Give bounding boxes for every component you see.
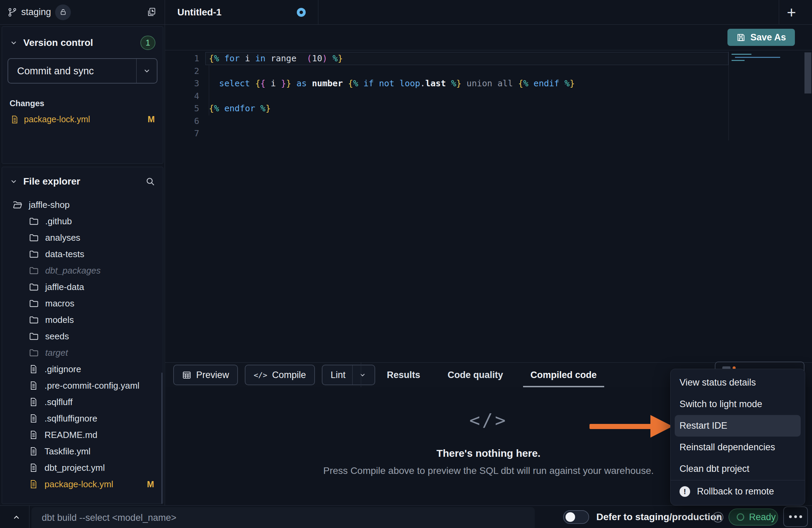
menu-item-switch-to-light-mode[interactable]: Switch to light mode — [671, 393, 805, 415]
tab-label: Untitled-1 — [177, 7, 221, 18]
preview-button[interactable]: Preview — [173, 365, 238, 385]
tree-item--sqlfluffignore[interactable]: .sqlfluffignore — [2, 410, 163, 427]
chevron-down-icon[interactable] — [10, 39, 18, 47]
tree-item-readme-md[interactable]: README.md — [2, 427, 163, 443]
tree-item-label: dbt_packages — [45, 265, 101, 276]
code-line[interactable]: {% endfor %} — [209, 102, 723, 115]
file-icon — [29, 463, 38, 473]
changed-file-row[interactable]: package-lock.yml M — [2, 114, 163, 124]
commit-and-sync-button[interactable]: Commit and sync — [8, 58, 157, 84]
tree-item-data-tests[interactable]: data-tests — [2, 246, 163, 262]
tree-item-dbt-packages[interactable]: dbt_packages — [2, 262, 163, 279]
menu-item-label: Restart IDE — [680, 420, 727, 431]
command-placeholder: dbt build --select <model_name> — [42, 513, 176, 523]
tree-item-label: package-lock.yml — [45, 479, 113, 490]
tree-item-jaffle-shop[interactable]: jaffle-shop — [2, 197, 163, 213]
code-line[interactable]: select {{ i }} as number {% if not loop.… — [209, 77, 723, 90]
minimap[interactable] — [728, 51, 802, 140]
tree-item-label: data-tests — [45, 249, 84, 260]
unsaved-dot-icon[interactable] — [297, 8, 306, 17]
folder-open-icon — [12, 200, 23, 210]
commandbar-divider — [29, 506, 29, 528]
help-icon[interactable]: ? — [713, 512, 723, 523]
results-tab-results[interactable]: Results — [383, 363, 424, 388]
file-icon — [29, 381, 38, 390]
tree-item-package-lock-yml[interactable]: package-lock.ymlM — [2, 476, 163, 492]
code-editor[interactable]: 1234567 {% for i in range (10) %} select… — [165, 50, 812, 362]
chevron-up-icon[interactable] — [9, 510, 24, 525]
save-as-button[interactable]: Save As — [727, 29, 795, 46]
menu-item-view-status-details[interactable]: View status details — [671, 372, 805, 393]
results-tab-code-quality[interactable]: Code quality — [444, 363, 507, 388]
tree-item-label: .github — [45, 216, 72, 227]
command-input[interactable]: dbt build --select <model_name> — [31, 507, 535, 528]
branch-row[interactable]: staging — [0, 0, 165, 25]
tree-item-models[interactable]: models — [2, 312, 163, 328]
tree-item--github[interactable]: .github — [2, 213, 163, 229]
git-branch-icon — [8, 8, 17, 17]
results-tab-compiled-code[interactable]: Compiled code — [527, 363, 600, 388]
alert-icon: ! — [680, 486, 690, 497]
search-icon[interactable] — [145, 176, 155, 187]
dbt-ide-window: staging — [0, 0, 812, 528]
copy-icon[interactable] — [146, 7, 157, 18]
ide-options-menu: View status detailsSwitch to light modeR… — [670, 369, 805, 505]
file-icon — [29, 430, 38, 440]
lint-button[interactable]: Lint — [322, 365, 376, 385]
menu-item-label: Clean dbt project — [680, 464, 749, 474]
branch-lock-chip[interactable] — [55, 4, 71, 20]
compile-button[interactable]: </> Compile — [245, 365, 315, 385]
more-options-button[interactable] — [783, 506, 808, 527]
save-icon — [736, 33, 746, 42]
code-line[interactable]: {% for i in range (10) %} — [209, 52, 723, 65]
menu-item-rollback-to-remote[interactable]: !Rollback to remote — [671, 481, 805, 502]
tree-item-analyses[interactable]: analyses — [2, 229, 163, 246]
code-line[interactable] — [209, 115, 723, 128]
code-line[interactable] — [209, 90, 723, 103]
defer-toggle[interactable] — [563, 510, 589, 524]
line-number: 2 — [165, 65, 199, 78]
tree-item--pre-commit-config-yaml[interactable]: .pre-commit-config.yaml — [2, 377, 163, 394]
menu-item-clean-dbt-project[interactable]: Clean dbt project — [671, 458, 805, 480]
code-lines: {% for i in range (10) %} select {{ i }}… — [209, 52, 723, 140]
status-badge[interactable]: Ready — [728, 508, 778, 526]
tree-item--gitignore[interactable]: .gitignore — [2, 361, 163, 377]
tree-item-seeds[interactable]: seeds — [2, 328, 163, 344]
code-line[interactable] — [209, 65, 723, 78]
menu-item-label: Rollback to remote — [697, 486, 774, 497]
tree-item-label: dbt_project.yml — [45, 463, 105, 473]
menu-item-restart-ide[interactable]: Restart IDE — [675, 415, 801, 437]
file-explorer-scrollbar[interactable] — [161, 373, 163, 504]
editor-scrollbar[interactable] — [804, 52, 811, 93]
file-explorer-panel: File explorer jaffle-shop.githubanalyses… — [2, 167, 163, 504]
tree-item--sqlfluff[interactable]: .sqlfluff — [2, 394, 163, 410]
toggle-knob — [566, 512, 575, 522]
folder-icon — [29, 331, 39, 341]
table-icon — [182, 370, 191, 380]
commit-options-caret[interactable] — [136, 59, 157, 83]
tree-item-label: .pre-commit-config.yaml — [45, 380, 139, 391]
tree-item-taskfile-yml[interactable]: Taskfile.yml — [2, 443, 163, 460]
lint-caret[interactable] — [352, 365, 366, 385]
tree-item-dbt-project-yml[interactable]: dbt_project.yml — [2, 460, 163, 476]
code-icon: </> — [254, 371, 267, 379]
empty-state-title: There's nothing here. — [436, 448, 541, 459]
folder-icon — [29, 249, 39, 259]
tree-item-macros[interactable]: macros — [2, 295, 163, 312]
file-icon — [29, 397, 38, 407]
chevron-down-icon[interactable] — [10, 177, 18, 186]
code-line[interactable] — [209, 127, 723, 140]
new-tab-button[interactable]: + — [778, 0, 804, 25]
tree-item-label: jaffle-data — [45, 282, 84, 292]
annotation-arrow-head — [650, 415, 673, 438]
tree-item-jaffle-data[interactable]: jaffle-data — [2, 279, 163, 295]
empty-state-code-icon: </> — [469, 410, 508, 430]
menu-item-reinstall-dependencies[interactable]: Reinstall dependencies — [671, 437, 805, 458]
line-number: 1 — [165, 52, 199, 65]
tree-item-target[interactable]: target — [2, 344, 163, 361]
dot-icon — [789, 515, 792, 518]
preview-label: Preview — [196, 370, 229, 380]
folder-icon — [29, 298, 39, 309]
editor-tabbar: Untitled-1 + — [165, 0, 812, 25]
tab-untitled-1[interactable]: Untitled-1 — [165, 0, 318, 25]
